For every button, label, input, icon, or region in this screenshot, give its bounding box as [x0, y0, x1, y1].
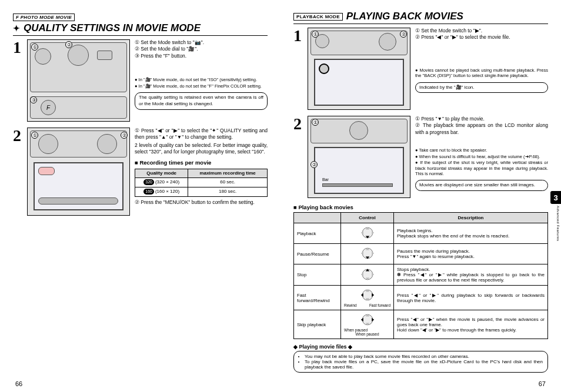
svg-marker-13	[360, 272, 363, 276]
step-text-right-1: ① Set the Mode switch to "▶". ② Press "◀…	[415, 28, 548, 110]
ctrl-row-icon: When paused When paused	[341, 310, 394, 339]
instr-line: ② The playback time appears on the LCD m…	[415, 122, 548, 136]
svg-marker-24	[372, 318, 374, 321]
table-row: Pause/Resume Pauses the movie during pla…	[294, 244, 548, 264]
page-right: PLAYBACK MODE PLAYING BACK MOVIES 1 ① ② …	[280, 0, 561, 392]
table-row: Fast forward/Rewind RewindFast forward P…	[294, 286, 548, 310]
diagram-right-1: ① ②	[308, 28, 410, 110]
ctrl-row-name: Skip playback	[294, 310, 341, 339]
right-step-1: 1 ① ② ① Set the Mode switch to "▶". ② Pr…	[293, 28, 548, 110]
instr-line: ③ Press the "F" button.	[135, 53, 268, 59]
svg-marker-4	[372, 231, 374, 234]
instr-line: ① Press "▼" to play the movie.	[415, 116, 548, 122]
quality-icon: ✦	[13, 24, 20, 33]
page-title-right-text: PLAYING BACK MOVIES	[346, 11, 463, 22]
ctrl-row-name: Playback	[294, 223, 341, 244]
ctrl-row-icon: RewindFast forward	[341, 286, 394, 310]
left-step-2: 2 ① ② ① Press "◀" or "▶" to select the "…	[13, 128, 268, 216]
control-table: Control Description Playback Playback be…	[293, 212, 548, 339]
table-row: 160(160 × 120) 180 sec.	[135, 187, 268, 197]
diagram-left-2: ① ②	[27, 128, 130, 216]
svg-marker-18	[360, 293, 363, 297]
instr-line: ① Press "◀" or "▶" to select the "✦" QUA…	[135, 128, 268, 141]
note-box: Movies are displayed one size smaller th…	[415, 180, 548, 191]
svg-marker-8	[360, 252, 363, 255]
ctrl-row-icon	[341, 264, 394, 286]
note-line: ● If the subject of the shot is very bri…	[415, 160, 548, 176]
files-box: You may not be able to play back some mo…	[293, 351, 548, 373]
page-title-left-text: QUALITY SETTINGS IN MOVIE MODE	[24, 22, 201, 34]
recording-table: Quality mode maximum recording time 320(…	[135, 169, 268, 197]
note-line: ● In "🎥" Movie mode, do not set the "F" …	[135, 83, 268, 89]
note-line: ● In "🎥" Movie mode, do not set the "ISO…	[135, 77, 268, 82]
svg-marker-14	[372, 272, 374, 276]
page-number-left: 66	[15, 380, 22, 387]
table-row: Stop Stops playback. ✽ Press "◀" or "▶" …	[294, 264, 548, 286]
ctrl-row-name: Pause/Resume	[294, 244, 341, 264]
right-step-2: 2 ① ② Bar ① Press "▼" to play the movie.…	[293, 116, 548, 198]
table-header: Description	[394, 213, 548, 223]
step-number: 2	[293, 116, 303, 198]
ctrl-row-icon	[341, 244, 394, 264]
diagram-right-2: ① ② Bar	[308, 116, 410, 198]
ctrl-row-desc: Playback begins. Playback stops when the…	[394, 223, 548, 244]
table-header: Quality mode	[135, 169, 188, 178]
table-header: maximum recording time	[188, 169, 268, 178]
instr-line: ② Press the "MENU/OK" button to confirm …	[135, 199, 268, 206]
table-row: Playback Playback begins. Playback stops…	[294, 223, 548, 244]
step-number: 1	[13, 39, 22, 122]
control-table-title: Playing back movies	[293, 204, 548, 210]
page-left: F PHOTO MODE MOVIE ✦ QUALITY SETTINGS IN…	[0, 0, 280, 392]
svg-marker-9	[372, 252, 374, 255]
note-line: ● When the sound is difficult to hear, a…	[415, 154, 548, 159]
chapter-tab: 3	[550, 191, 561, 204]
chapter-label: Advanced Features	[556, 206, 560, 242]
page-title-right: PLAYBACK MODE PLAYING BACK MOVIES	[293, 11, 548, 24]
ctrl-row-desc: Press "◀" or "▶" when the movie is pause…	[394, 310, 548, 339]
ctrl-row-desc: Press "◀" or "▶" during playback to skip…	[394, 286, 548, 310]
instr-line: 2 levels of quality can be selected. For…	[135, 142, 268, 156]
table-row: Skip playback When paused When paused Pr…	[294, 310, 548, 339]
page-title-left: ✦ QUALITY SETTINGS IN MOVIE MODE	[13, 22, 268, 36]
mode-badge-left: F PHOTO MODE MOVIE	[13, 14, 75, 21]
files-title: ◆ Playing movie files ◆	[293, 344, 548, 350]
instr-line: ① Set the Mode switch to "▶".	[415, 28, 548, 34]
step-text-left-1: ① Set the Mode switch to "📷". ② Set the …	[135, 39, 268, 122]
step-number: 2	[13, 128, 22, 216]
instr-line: ② Set the Mode dial to "🎥".	[135, 46, 268, 52]
ctrl-row-icon	[341, 223, 394, 244]
left-step-1: 1 ① ② F ③ ① Set the Mode switch to "📷". …	[13, 39, 268, 122]
ctrl-row-desc: Stops playback. ✽ Press "◀" or "▶" while…	[394, 264, 548, 286]
step-text-left-2: ① Press "◀" or "▶" to select the "✦" QUA…	[135, 128, 268, 216]
instr-line: ① Set the Mode switch to "📷".	[135, 39, 268, 46]
recording-table-title: Recording times per movie	[135, 159, 268, 167]
note-box: Indicated by the "🎥" icon.	[415, 82, 548, 93]
ctrl-row-desc: Pauses the movie during playback. Press …	[394, 244, 548, 264]
svg-marker-23	[360, 318, 363, 321]
svg-marker-3	[360, 231, 363, 234]
files-item: To play back movie files on a PC, save t…	[305, 359, 543, 370]
note-line: ● Take care not to block the speaker.	[415, 148, 548, 153]
files-item: You may not be able to play back some mo…	[305, 354, 543, 359]
ctrl-row-name: Stop	[294, 264, 341, 286]
step-number: 1	[293, 28, 303, 110]
instr-line: ② Press "◀" or "▶" to select the movie f…	[415, 34, 548, 41]
page-number-right: 67	[539, 380, 546, 387]
note-box: The quality setting is retained even whe…	[135, 92, 268, 110]
table-row: 320(320 × 240) 60 sec.	[135, 178, 268, 187]
table-header: Control	[341, 213, 394, 223]
diagram-left-1: ① ② F ③	[27, 39, 130, 122]
step-text-right-2: ① Press "▼" to play the movie. ② The pla…	[415, 116, 548, 198]
ctrl-row-name: Fast forward/Rewind	[294, 286, 341, 310]
table-header	[294, 213, 341, 223]
note-line: ● Movies cannot be played back using mul…	[415, 68, 548, 79]
mode-badge-right: PLAYBACK MODE	[293, 13, 343, 21]
svg-marker-19	[372, 293, 374, 297]
